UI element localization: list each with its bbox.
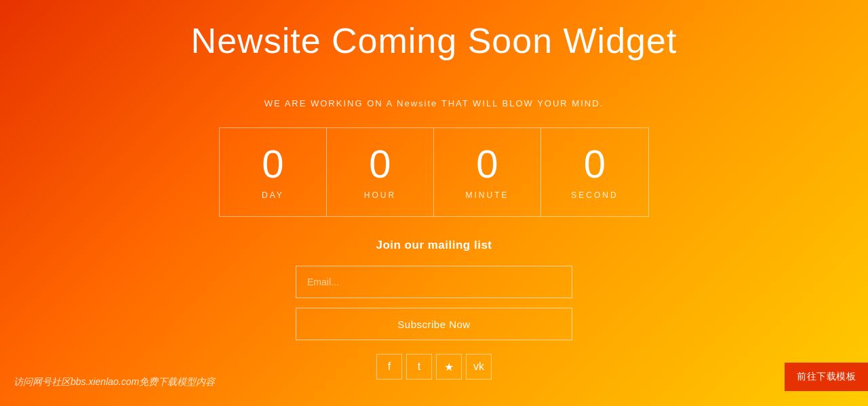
countdown-hour: 0 HOUR xyxy=(327,128,434,216)
second-label: SECOND xyxy=(571,190,618,200)
subscribe-button[interactable]: Subscribe Now xyxy=(296,308,572,340)
hour-label: HOUR xyxy=(364,190,396,200)
mailing-list-title: Join our mailing list xyxy=(376,239,492,252)
watermark-text: 访问网号社区bbs.xienlao.com免费下载模型内容 xyxy=(14,376,215,388)
countdown-minute: 0 MINUTE xyxy=(434,128,541,216)
countdown-second: 0 SECOND xyxy=(541,128,648,216)
second-number: 0 xyxy=(584,144,606,184)
social-icons-container: f t ★ vk xyxy=(376,354,492,380)
subtitle-text: WE ARE WORKING ON A Newsite THAT WILL BL… xyxy=(264,98,604,108)
minute-label: MINUTE xyxy=(466,190,509,200)
rss-icon[interactable]: ★ xyxy=(436,354,462,380)
page-title: Newsite Coming Soon Widget xyxy=(191,20,677,61)
countdown-container: 0 DAY 0 HOUR 0 MINUTE 0 SECOND xyxy=(219,127,649,217)
twitter-icon[interactable]: t xyxy=(406,354,432,380)
minute-number: 0 xyxy=(476,144,498,184)
day-number: 0 xyxy=(262,144,283,184)
hour-number: 0 xyxy=(369,144,391,184)
facebook-icon[interactable]: f xyxy=(376,354,402,380)
day-label: DAY xyxy=(262,190,284,200)
email-input[interactable] xyxy=(296,266,572,298)
download-button[interactable]: 前往下载模板 xyxy=(785,363,868,391)
vk-icon[interactable]: vk xyxy=(466,354,492,380)
countdown-day: 0 DAY xyxy=(220,128,327,216)
